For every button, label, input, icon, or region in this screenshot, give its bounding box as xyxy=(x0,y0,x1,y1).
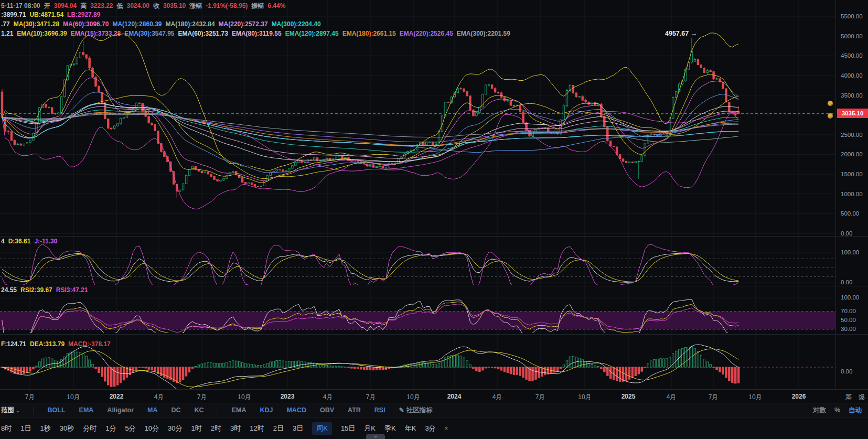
community-indicator-icon: ✎ xyxy=(399,406,404,414)
tab-1时[interactable]: 1时 xyxy=(191,424,202,433)
tab-年K[interactable]: 年K xyxy=(405,424,416,433)
axis-tick-label: 3500.00 xyxy=(841,92,868,99)
axis-tick-label: 500.00 xyxy=(841,210,868,217)
tab-2日[interactable]: 2日 xyxy=(273,424,284,433)
info-segment: 低 xyxy=(117,2,123,9)
tab-1秒[interactable]: 1秒 xyxy=(40,424,50,433)
info-segment: EMA(15):3733.28 xyxy=(71,30,121,37)
info-segment: :3899.71 xyxy=(1,11,26,18)
time-tick-label: 2026 xyxy=(792,393,806,400)
tab-周K[interactable]: 周K xyxy=(312,422,332,435)
ema-info-line: 1.21EMA(10):3696.39EMA(15):3733.28EMA(30… xyxy=(1,30,514,37)
info-segment: 5-11-17 08:00 xyxy=(1,2,40,9)
info-segment: 6.44% xyxy=(267,2,285,9)
time-tick-label: 7月 xyxy=(197,393,207,402)
axis-tick-label: 30.00 xyxy=(841,326,868,332)
info-segment: 1.21 xyxy=(1,30,13,37)
indicator-macd[interactable]: MACD xyxy=(286,406,306,414)
indicator-kdj[interactable]: KDJ xyxy=(260,406,273,414)
tab-8时[interactable]: 8时 xyxy=(1,424,12,433)
tab-10分[interactable]: 10分 xyxy=(145,424,159,433)
indicator-rsi[interactable]: RSI xyxy=(374,406,385,414)
info-segment: EMA(220):2526.45 xyxy=(400,30,453,37)
info-segment: 高 xyxy=(80,2,87,9)
info-segment: EMA(10):3696.39 xyxy=(17,30,67,37)
indicator-ma[interactable]: MA xyxy=(147,406,157,414)
auto-scale-button[interactable]: 自动 xyxy=(849,406,862,415)
info-segment: .77 xyxy=(1,20,10,28)
time-tick-label: 7月 xyxy=(366,393,376,402)
info-segment: 3024.00 xyxy=(127,2,149,9)
tab-3时[interactable]: 3时 xyxy=(230,424,241,433)
info-segment: 收 xyxy=(153,2,159,9)
info-segment: 涨幅 xyxy=(189,2,202,9)
time-tick-label: 10月 xyxy=(578,393,591,402)
info-segment: 24.55 xyxy=(1,286,17,294)
info-segment: J:-11.30 xyxy=(34,238,57,245)
percent-scale-button[interactable]: % xyxy=(834,406,840,414)
log-scale-button[interactable]: 对数 xyxy=(813,406,826,415)
chart-tool-chip-筹[interactable]: 筹 xyxy=(845,393,852,402)
tab-分时[interactable]: 分时 xyxy=(83,424,97,433)
interval-tabs: 8时1日1秒30秒分时1分5分10分30分1时2时3时12时2日3日周K15日月… xyxy=(0,418,868,439)
community-indicators-button[interactable]: ✎社区指标 xyxy=(399,406,433,415)
collapse-handle[interactable]: ⌄ xyxy=(366,434,385,439)
axis-tick-label: 0.00 xyxy=(841,279,868,285)
toolbar-divider xyxy=(218,406,218,414)
tab-月K[interactable]: 月K xyxy=(364,424,376,433)
axis-tick-label: 2500.00 xyxy=(841,132,868,138)
kdj-info-line: 4D:36.61J:-11.30 xyxy=(1,238,61,245)
info-segment: EMA(120):2897.45 xyxy=(285,30,339,37)
info-segment: MA(60):3096.70 xyxy=(63,20,109,28)
indicator-dc[interactable]: DC xyxy=(172,406,181,414)
axis-tick-label: 1500.00 xyxy=(841,171,868,177)
tab-30秒[interactable]: 30秒 xyxy=(60,424,74,433)
chart-tool-chip-爆[interactable]: 爆 xyxy=(859,393,865,402)
tab-30分[interactable]: 30分 xyxy=(168,424,182,433)
info-segment: F:124.71 xyxy=(1,340,26,348)
time-tick-label: 2025 xyxy=(621,393,636,400)
indicator-boll[interactable]: BOLL xyxy=(48,406,66,414)
ohlc-info-line: 5-11-17 08:00开3094.04高3223.22低3024.00收30… xyxy=(1,2,289,10)
indicator-alligator[interactable]: Alligator xyxy=(107,406,134,414)
info-segment: EMA(300):2201.59 xyxy=(457,30,510,37)
indicator-obv[interactable]: OBV xyxy=(320,406,334,414)
tab-12时[interactable]: 12时 xyxy=(250,424,264,433)
tab-3分[interactable]: 3分 xyxy=(425,424,435,433)
info-segment: 3035.10 xyxy=(163,2,186,9)
info-segment: 3094.04 xyxy=(54,2,77,9)
tab-季K[interactable]: 季K xyxy=(384,424,396,433)
info-segment: MA(120):2860.39 xyxy=(112,20,162,28)
tab-15日[interactable]: 15日 xyxy=(341,424,355,433)
toolbar-divider xyxy=(34,406,34,414)
indicator-ema-sub[interactable]: EMA xyxy=(232,406,247,414)
event-marker-icon[interactable] xyxy=(828,101,833,106)
tab-1分[interactable]: 1分 xyxy=(105,424,116,433)
range-button[interactable]: 范围⌄ xyxy=(1,406,20,415)
tab-5分[interactable]: 5分 xyxy=(125,424,135,433)
time-tick-label: 7月 xyxy=(535,393,545,402)
candlestick-chart[interactable] xyxy=(0,0,868,403)
event-marker-icon[interactable] xyxy=(828,113,833,119)
tab-2时[interactable]: 2时 xyxy=(211,424,221,433)
indicator-ema-main[interactable]: EMA xyxy=(79,406,94,414)
time-tick-label: 10月 xyxy=(238,393,251,402)
tab-close-icon[interactable]: × xyxy=(445,425,448,432)
info-segment: -1.91%(-58.95) xyxy=(206,2,248,9)
boll-info-line: :3899.71UB:4871.54LB:2927.89 xyxy=(1,11,104,18)
axis-tick-label: 4000.00 xyxy=(841,72,868,79)
time-tick-label: 4月 xyxy=(492,393,502,402)
indicator-toolbar: 范围⌄BOLLEMAAlligatorMADCKCEMAKDJMACDOBVAT… xyxy=(0,403,868,417)
tab-3日[interactable]: 3日 xyxy=(293,424,303,433)
indicator-kc[interactable]: KC xyxy=(195,406,204,414)
time-tick-label: 7月 xyxy=(709,393,719,402)
axis-tick-label: 5000.00 xyxy=(841,33,868,39)
indicator-atr[interactable]: ATR xyxy=(348,406,361,414)
tab-1日[interactable]: 1日 xyxy=(20,424,31,433)
info-segment: MA(30):3471.28 xyxy=(14,20,59,28)
info-segment: D:36.61 xyxy=(8,238,31,245)
info-segment: 4 xyxy=(1,238,5,245)
info-segment: 振幅 xyxy=(251,2,264,9)
info-segment: LB:2927.89 xyxy=(67,11,100,18)
axis-tick-label: 50.00 xyxy=(841,317,868,323)
